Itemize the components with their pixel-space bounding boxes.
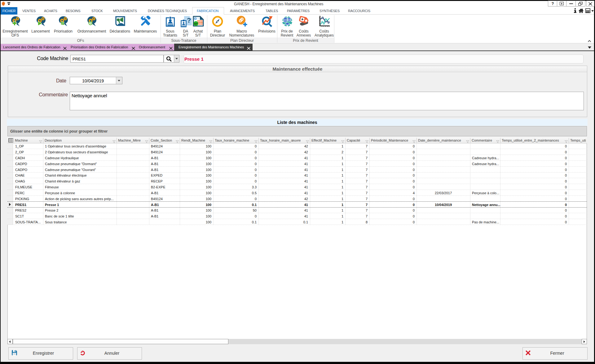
svg-text:?: ?: [187, 16, 191, 24]
svg-text:ST: ST: [194, 22, 198, 25]
